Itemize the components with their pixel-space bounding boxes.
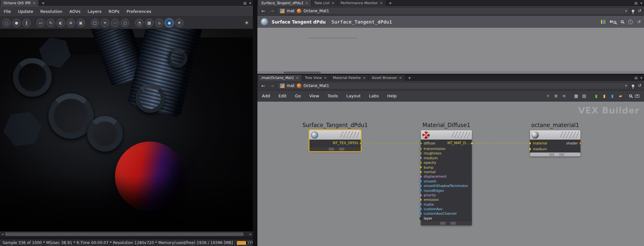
node-input-row[interactable]: roughness [421, 151, 472, 155]
node-header[interactable] [309, 130, 361, 140]
sync-icon[interactable]: ↺ [638, 8, 641, 13]
path-dropdown-caret-icon[interactable]: ▾ [625, 84, 627, 87]
back-button[interactable]: ← [260, 8, 266, 14]
input-port[interactable] [420, 208, 422, 210]
node-footer[interactable] [421, 221, 472, 225]
close-icon[interactable]: × [399, 76, 402, 80]
path-node[interactable]: Octane_Mat1 [304, 84, 329, 88]
tab-performance-monitor[interactable]: Performance Monitor × [338, 0, 386, 6]
pane-menu-caret-icon[interactable]: ▾ [249, 1, 251, 5]
menu-item[interactable]: Add [262, 93, 270, 98]
output-port[interactable] [471, 142, 473, 144]
info-icon[interactable] [628, 20, 633, 24]
node-input-row[interactable]: priority [421, 193, 472, 197]
input-port[interactable] [420, 142, 422, 144]
display-flag-icon[interactable] [440, 222, 445, 224]
node-input-row[interactable]: smoothShadowTerminator [421, 183, 472, 188]
network-canvas[interactable]: VEX Builder Surface_Tangent_dPdu1 NT_TEX… [257, 102, 644, 246]
path-field[interactable]: mat Octane_Mat1 ▾ [277, 7, 629, 15]
node-footer[interactable] [530, 153, 580, 156]
close-icon[interactable]: × [363, 76, 366, 80]
node-footer[interactable] [309, 146, 361, 151]
path-root[interactable]: mat [287, 84, 295, 88]
template-flag-icon[interactable] [559, 153, 564, 156]
input-port[interactable] [420, 162, 422, 164]
align-nodes-icon[interactable]: ≣ [554, 93, 559, 99]
close-icon[interactable]: × [324, 76, 327, 80]
menu-item[interactable]: ROPs [109, 9, 119, 14]
path-dropdown-caret-icon[interactable]: ▾ [625, 9, 627, 13]
pane-layout-icon[interactable]: ▤ [635, 1, 638, 5]
crop-icon[interactable]: # [175, 19, 183, 27]
menu-item[interactable]: Layout [346, 93, 360, 98]
node-input-row[interactable]: normal [421, 170, 472, 174]
input-port[interactable] [420, 194, 422, 196]
menu-item[interactable]: Preferences [127, 9, 151, 14]
circle-tool-icon[interactable]: ○ [121, 19, 129, 27]
node-input-row[interactable]: displacement [421, 174, 472, 179]
forward-button[interactable]: → [269, 8, 275, 14]
search-icon[interactable] [629, 94, 632, 97]
close-icon[interactable]: × [33, 1, 36, 5]
scroll-left-arrow[interactable]: ◄ [0, 232, 5, 237]
pane-menu-caret-icon[interactable]: ▾ [640, 1, 642, 5]
node-surface-tangent-dpdu1[interactable]: Surface_Tangent_dPdu1 NT_TEX_DPDU [309, 130, 361, 151]
input-port[interactable] [420, 185, 422, 187]
region-render-icon[interactable]: □ [91, 19, 99, 27]
tab-octane-ipr[interactable]: Octane Qt5 IPR × [1, 0, 39, 6]
tab-material-palette[interactable]: Material Palette × [330, 75, 369, 81]
wire-texture-to-diffuse[interactable] [362, 143, 420, 143]
home-view-icon[interactable]: ⌂ [155, 19, 163, 27]
context-help-icon[interactable]: H [610, 20, 616, 24]
menu-item[interactable]: View [309, 93, 319, 98]
node-input-row[interactable]: matte [421, 202, 472, 207]
menu-item[interactable]: AOVs [69, 9, 80, 14]
menu-item[interactable]: Go [295, 93, 301, 98]
wand-icon[interactable]: ✳ [244, 20, 251, 26]
render-viewport[interactable] [0, 29, 253, 231]
active-viewport-icon[interactable]: ◉ [165, 19, 173, 27]
node-octane-material1[interactable]: octane_material1 material shader medium [530, 130, 580, 156]
tools-icon[interactable]: ✕ [545, 93, 551, 99]
input-port[interactable] [420, 199, 422, 201]
menu-item[interactable]: Tools [327, 93, 338, 98]
node-input-row[interactable]: roundEdges [421, 188, 472, 193]
refresh-icon[interactable]: ↻ [47, 19, 55, 27]
doc-blue-icon[interactable]: ▮ [610, 93, 615, 99]
wire-material-to-shader[interactable] [473, 143, 529, 143]
input-port[interactable] [529, 142, 531, 144]
record-icon[interactable]: ● [12, 19, 21, 27]
node-input-row[interactable]: medium [421, 156, 472, 160]
tab-take-list[interactable]: Take List × [311, 0, 338, 6]
input-port[interactable] [420, 217, 422, 220]
grid-view-icon[interactable]: ▦ [574, 93, 579, 99]
menu-item[interactable]: Layers [88, 9, 101, 14]
more-options-icon[interactable]: ⋯ [111, 19, 119, 27]
snapshot-icon[interactable] [635, 94, 639, 98]
input-port[interactable] [420, 203, 422, 205]
node-material-diffuse1[interactable]: Material_Diffuse1 diffuse [421, 130, 472, 225]
node-header[interactable] [421, 130, 472, 140]
node-header[interactable] [530, 130, 580, 140]
refresh-icon[interactable]: ↺ [637, 19, 641, 24]
template-flag-icon[interactable] [451, 222, 456, 224]
pin-icon[interactable] [632, 10, 634, 12]
fit-view-icon[interactable]: ⊕ [67, 19, 75, 27]
node-input-row[interactable]: smooth [421, 179, 472, 183]
display-flag-icon[interactable] [329, 148, 334, 150]
grid-snap-icon[interactable]: ▦ [145, 19, 153, 27]
input-port[interactable] [420, 157, 422, 159]
list-mode-icon[interactable]: ≡ [562, 93, 567, 99]
output-port[interactable] [360, 142, 362, 144]
input-port[interactable] [420, 171, 422, 173]
sync-icon[interactable]: ↺ [638, 83, 641, 88]
tab-asset-browser[interactable]: Asset Browser × [369, 75, 405, 81]
menu-item[interactable]: Labs [369, 93, 379, 98]
add-tab-button[interactable]: + [386, 1, 395, 5]
folder-icon[interactable]: ▰ [618, 93, 623, 99]
input-port[interactable] [420, 180, 422, 182]
pane-splitter-vertical[interactable] [253, 0, 257, 246]
node-input-row[interactable]: customAovChannel [421, 211, 472, 216]
node-input-row[interactable]: customAov [421, 207, 472, 211]
restart-render-icon[interactable]: ◌ [2, 19, 11, 27]
